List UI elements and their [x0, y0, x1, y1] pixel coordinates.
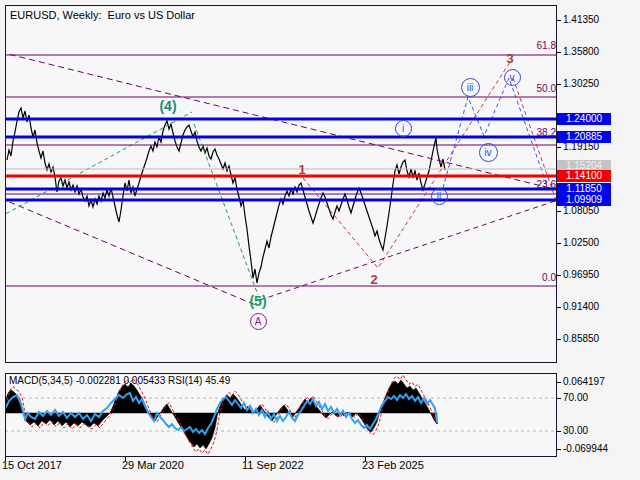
- date-label: 29 Mar 2020: [122, 459, 184, 471]
- date-label: 11 Sep 2022: [242, 459, 304, 471]
- wave-circle-A: A: [250, 313, 267, 330]
- wave-circle-ii: ii: [431, 188, 448, 205]
- wave-label-3: 3: [506, 51, 513, 66]
- trendline-2: [260, 200, 558, 300]
- indicator-layer: [5, 375, 557, 454]
- wave-label-2: 2: [370, 272, 377, 287]
- wave-label-4: (4): [159, 98, 176, 114]
- trendline-1: [0, 198, 258, 306]
- price-axis-label: 0.85850: [563, 333, 599, 345]
- chart-window: EURUSD, Weekly: Euro vs US Dollar MACD(5…: [0, 0, 640, 480]
- price-axis-label: 0.91400: [563, 301, 599, 313]
- price-axis-tick: [556, 339, 561, 340]
- wave-circle-iv: iv: [479, 143, 498, 162]
- price-axis-tick: [556, 20, 561, 21]
- price-badge-blue: 1.20885: [557, 131, 611, 143]
- indicator-axis-tick: [556, 431, 561, 432]
- chart-canvas: [0, 0, 640, 480]
- fib-label-38.2: 38.2: [512, 127, 556, 138]
- price-badge-blue: 1.24000: [557, 113, 611, 125]
- fib-label-23.6: 23.6: [512, 179, 556, 190]
- price-axis-tick: [556, 243, 561, 244]
- price-badge-red: 1.14100: [557, 170, 611, 182]
- fib-label-61.8: 61.8: [512, 40, 556, 51]
- price-axis-label: 1.41350: [563, 14, 599, 26]
- price-series: [7, 108, 445, 283]
- indicator-axis-label: 30.00: [563, 425, 588, 437]
- price-axis-tick: [556, 147, 561, 148]
- price-axis-label: 1.30250: [563, 78, 599, 90]
- price-axis-label: 1.08050: [563, 205, 599, 217]
- price-axis-tick: [556, 307, 561, 308]
- fib-label-50.0: 50.0: [512, 83, 556, 94]
- date-label: 15 Oct 2017: [2, 459, 62, 471]
- fib-label-0.0: 0.0: [512, 272, 556, 283]
- indicator-axis-tick: [556, 449, 561, 450]
- wave-label-1: 1: [298, 162, 305, 177]
- wave-circle-i: i: [395, 120, 412, 137]
- indicator-axis-label: 70.00: [563, 392, 588, 404]
- chart-title: EURUSD, Weekly: Euro vs US Dollar: [10, 9, 195, 21]
- wave-label-5: (5): [249, 293, 266, 309]
- price-axis-tick: [556, 52, 561, 53]
- indicator-axis-tick: [556, 382, 561, 383]
- indicator-values-label: MACD(5,34,5) -0.002281 0.005433 RSI(14) …: [9, 375, 230, 386]
- wave-circle-v: v: [504, 69, 521, 86]
- price-axis-label: 1.02500: [563, 237, 599, 249]
- price-axis-tick: [556, 275, 561, 276]
- price-badge-blue: 1.09909: [557, 194, 611, 206]
- price-axis-label: 0.96950: [563, 269, 599, 281]
- indicator-axis-label: 0.064197: [563, 376, 605, 388]
- indicator-axis-label: -0.069944: [563, 443, 608, 455]
- price-axis-tick: [556, 211, 561, 212]
- indicator-axis-tick: [556, 398, 561, 399]
- date-label: 23 Feb 2025: [362, 459, 424, 471]
- price-axis-label: 1.35800: [563, 46, 599, 58]
- wave-circle-iii: iii: [461, 78, 480, 97]
- price-axis-tick: [556, 84, 561, 85]
